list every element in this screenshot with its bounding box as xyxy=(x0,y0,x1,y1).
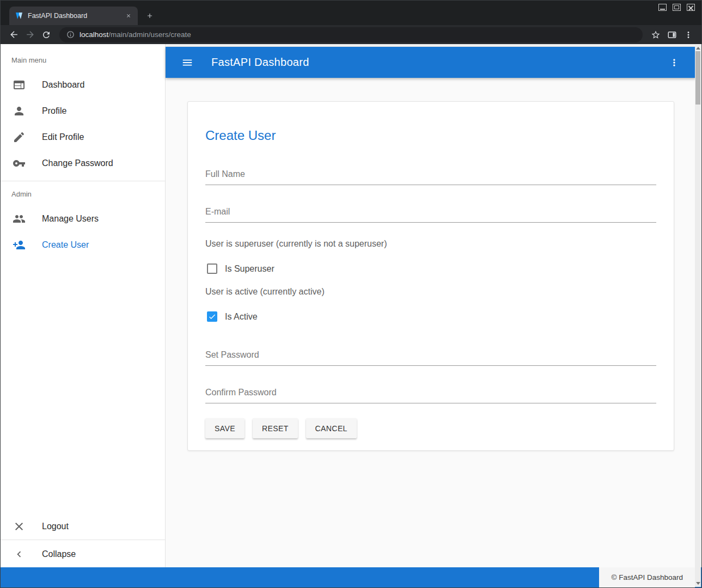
browser-tab[interactable]: FastAPI Dashboard xyxy=(9,7,138,25)
tab-title: FastAPI Dashboard xyxy=(28,12,119,20)
sidebar-section-main-menu: Main menu xyxy=(1,44,165,72)
tab-close-icon[interactable] xyxy=(124,11,133,21)
reset-button[interactable]: RESET xyxy=(253,418,298,438)
sidebar-item-label: Create User xyxy=(42,240,89,250)
scrollbar-up-icon[interactable] xyxy=(696,47,700,50)
sidebar-spacer xyxy=(1,258,165,513)
page-content: Create User User is superuser (currently… xyxy=(166,78,696,567)
address-bar[interactable]: localhost/main/admin/users/create xyxy=(59,27,643,42)
confirm-password-input[interactable] xyxy=(205,384,656,403)
page-title: Create User xyxy=(205,128,656,143)
confirm-password-field xyxy=(205,384,656,403)
scrollbar-thumb[interactable] xyxy=(695,51,700,105)
chevron-left-icon xyxy=(13,548,26,560)
sidebar-item-manage-users[interactable]: Manage Users xyxy=(1,206,165,232)
sidebar-item-create-user[interactable]: Create User xyxy=(1,232,165,258)
sidebar-item-label: Profile xyxy=(42,106,66,116)
active-hint: User is active (currently active) xyxy=(205,287,656,297)
toolbar-more-icon[interactable] xyxy=(663,52,685,74)
full-name-field xyxy=(205,166,656,185)
back-icon[interactable] xyxy=(6,27,21,42)
superuser-checkbox[interactable] xyxy=(207,264,217,274)
superuser-checkbox-label: Is Superuser xyxy=(225,264,274,274)
email-field xyxy=(205,204,656,223)
cancel-button[interactable]: CANCEL xyxy=(306,418,357,438)
close-window-icon[interactable] xyxy=(687,4,695,11)
sidebar-item-label: Logout xyxy=(42,522,69,531)
site-info-icon[interactable] xyxy=(66,30,75,39)
browser-navbar: localhost/main/admin/users/create xyxy=(1,25,701,44)
bookmark-star-icon[interactable] xyxy=(648,27,663,42)
password-input[interactable] xyxy=(205,347,656,366)
url-path: /main/admin/users/create xyxy=(108,30,191,39)
sidebar-item-logout[interactable]: Logout xyxy=(1,513,165,540)
superuser-checkbox-row[interactable]: Is Superuser xyxy=(205,264,656,274)
people-icon xyxy=(13,212,26,225)
superuser-hint: User is superuser (currently is not a su… xyxy=(205,239,656,249)
sidebar-item-dashboard[interactable]: Dashboard xyxy=(1,72,165,98)
page-body: Main menu Dashboard Profile Edit Profile xyxy=(1,44,701,567)
email-input[interactable] xyxy=(205,204,656,223)
sidebar: Main menu Dashboard Profile Edit Profile xyxy=(1,44,166,567)
active-checkbox-label: Is Active xyxy=(225,312,258,322)
sidebar-item-edit-profile[interactable]: Edit Profile xyxy=(1,124,165,150)
pencil-icon xyxy=(13,131,26,144)
footer-copyright: © FastAPI Dashboard xyxy=(599,567,695,587)
maximize-icon[interactable] xyxy=(673,4,681,11)
browser-window: FastAPI Dashboard localhost/m xyxy=(0,0,702,588)
main-area: FastAPI Dashboard Create User User is su… xyxy=(166,44,696,567)
hamburger-menu-icon[interactable] xyxy=(176,52,198,74)
vuetify-favicon-icon xyxy=(15,11,23,20)
sidebar-item-change-password[interactable]: Change Password xyxy=(1,150,165,176)
reload-icon[interactable] xyxy=(39,27,54,42)
create-user-card: Create User User is superuser (currently… xyxy=(187,101,674,451)
app-footer: © FastAPI Dashboard xyxy=(1,567,701,587)
save-button[interactable]: SAVE xyxy=(205,418,245,438)
window-controls xyxy=(658,4,695,11)
active-checkbox[interactable] xyxy=(207,311,217,322)
sidebar-item-label: Edit Profile xyxy=(42,132,84,142)
sidebar-item-label: Change Password xyxy=(42,158,113,168)
full-name-input[interactable] xyxy=(205,166,656,185)
sidebar-divider xyxy=(1,540,165,540)
browser-titlebar: FastAPI Dashboard xyxy=(1,1,701,25)
sidebar-item-profile[interactable]: Profile xyxy=(1,98,165,124)
password-field xyxy=(205,347,656,366)
app-toolbar: FastAPI Dashboard xyxy=(166,47,696,78)
dashboard-icon xyxy=(13,78,26,91)
person-icon xyxy=(13,105,26,118)
minimize-icon[interactable] xyxy=(658,4,667,11)
sidebar-section-admin: Admin xyxy=(1,186,165,206)
person-add-icon xyxy=(13,238,26,252)
close-icon xyxy=(13,520,26,533)
sidebar-item-label: Dashboard xyxy=(42,80,84,90)
sidebar-item-collapse[interactable]: Collapse xyxy=(1,541,165,567)
side-panel-icon[interactable] xyxy=(664,27,680,42)
browser-menu-icon[interactable] xyxy=(681,27,696,42)
forward-icon[interactable] xyxy=(22,27,38,42)
url-host: localhost xyxy=(80,30,108,39)
scrollbar-down-icon[interactable] xyxy=(696,582,700,585)
new-tab-button[interactable] xyxy=(142,8,157,23)
key-icon xyxy=(13,157,26,170)
active-checkbox-row[interactable]: Is Active xyxy=(205,311,656,322)
sidebar-divider xyxy=(1,181,165,181)
scrollbar[interactable] xyxy=(695,45,701,587)
url-text: localhost/main/admin/users/create xyxy=(80,30,191,39)
form-actions: SAVE RESET CANCEL xyxy=(205,418,656,438)
sidebar-item-label: Manage Users xyxy=(42,214,99,224)
app-title: FastAPI Dashboard xyxy=(211,56,309,69)
sidebar-item-label: Collapse xyxy=(42,549,76,559)
